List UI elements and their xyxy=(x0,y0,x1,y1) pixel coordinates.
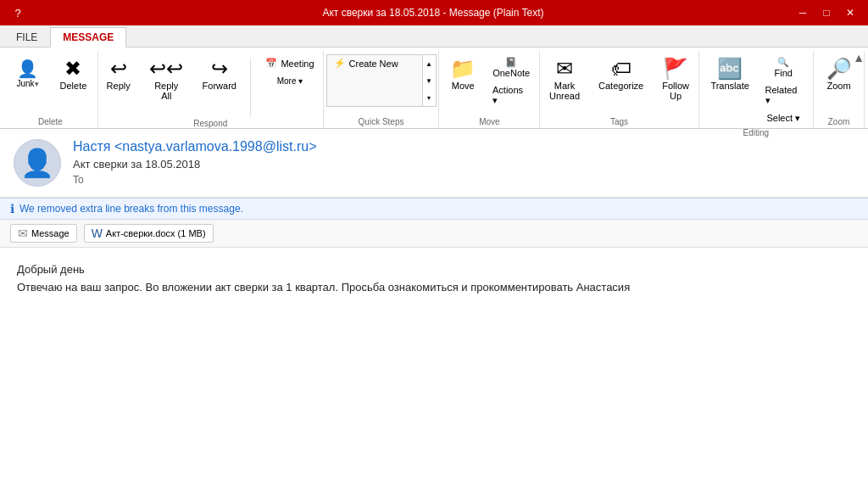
onenote-button[interactable]: 📓 OneNote xyxy=(487,54,536,81)
mark-unread-button[interactable]: ✉ Mark Unread xyxy=(542,54,587,105)
restore-button[interactable]: □ xyxy=(815,4,837,21)
ribbon: 👤 Junk ▾ ✖ Delete Delete ↩ Reply ↩↩ Repl… xyxy=(0,48,868,129)
junk-button[interactable]: 👤 Junk ▾ xyxy=(7,54,49,92)
meeting-more-btns: 📅 Meeting More ▾ xyxy=(258,54,321,88)
move-icon: 📁 xyxy=(450,59,476,79)
follow-up-label: Follow Up xyxy=(662,81,689,101)
email-header: 👤 Настя <nastya.varlamova.1998@list.ru> … xyxy=(0,129,868,198)
body-line-2: Отвечаю на ваш запрос. Во вложении акт с… xyxy=(17,279,851,297)
select-button[interactable]: Select ▾ xyxy=(760,110,808,126)
info-icon: ℹ xyxy=(10,202,14,215)
quick-steps-box: ⚡ Create New ▲ ▼ ▾ xyxy=(326,54,437,107)
window-controls: ─ □ ✕ xyxy=(792,4,861,21)
quick-steps-scrollbar: ▲ ▼ ▾ xyxy=(422,55,436,106)
translate-button[interactable]: 🔤 Translate xyxy=(704,54,756,95)
respond-group-label: Respond xyxy=(193,117,227,130)
quick-steps-expand-arrow[interactable]: ▾ xyxy=(423,89,436,106)
find-button[interactable]: 🔍 Find xyxy=(760,54,808,81)
help-button[interactable]: ? xyxy=(7,4,29,21)
body-line-1: Добрый день xyxy=(17,261,851,279)
reply-all-label: Reply All xyxy=(148,81,184,101)
ribbon-group-editing: 🔤 Translate 🔍 Find Related ▾ Select ▾ Ed… xyxy=(699,51,814,128)
reply-all-button[interactable]: ↩↩ Reply All xyxy=(141,54,192,105)
quick-steps-list: ⚡ Create New xyxy=(327,55,422,106)
email-to-line: To xyxy=(73,174,854,186)
junk-icon: 👤 xyxy=(17,59,38,79)
move-group-content: 📁 Move 📓 OneNote Actions ▾ xyxy=(442,51,536,115)
sender-name: Настя <nastya.varlamova.1998@list.ru> xyxy=(73,139,854,154)
email-body: Добрый день Отвечаю на ваш запрос. Во вл… xyxy=(0,248,868,311)
tags-group-content: ✉ Mark Unread 🏷 Categorize 🚩 Follow Up xyxy=(542,51,697,115)
tags-group-label: Tags xyxy=(610,115,628,128)
editing-group-content: 🔤 Translate 🔍 Find Related ▾ Select ▾ xyxy=(704,51,808,126)
delete-icon: ✖ xyxy=(64,59,81,79)
ribbon-group-delete: 👤 Junk ▾ ✖ Delete Delete xyxy=(3,51,98,128)
meeting-button[interactable]: 📅 Meeting xyxy=(258,54,321,72)
actions-button[interactable]: Actions ▾ xyxy=(487,82,536,109)
move-button[interactable]: 📁 Move xyxy=(442,54,483,95)
word-attachment-label: Акт-сверки.docx (1 MB) xyxy=(106,228,206,238)
follow-up-icon: 🚩 xyxy=(663,59,688,79)
actions-label: Actions ▾ xyxy=(492,85,530,106)
attachments-bar: ✉ Message W Акт-сверки.docx (1 MB) xyxy=(0,220,868,248)
reply-button[interactable]: ↩ Reply xyxy=(99,54,137,95)
ribbon-group-quick-steps: ⚡ Create New ▲ ▼ ▾ Quick Steps xyxy=(324,51,440,128)
title-bar: ? Акт сверки за 18.05.2018 - Message (Pl… xyxy=(0,0,868,25)
categorize-button[interactable]: 🏷 Categorize xyxy=(591,54,651,95)
find-related-select-btns: 🔍 Find Related ▾ Select ▾ xyxy=(760,54,808,126)
move-label: Move xyxy=(452,81,475,91)
delete-group-label: Delete xyxy=(38,115,63,128)
email-meta: Настя <nastya.varlamova.1998@list.ru> Ак… xyxy=(73,139,854,186)
create-new-label: Create New xyxy=(349,59,398,69)
forward-icon: ↪ xyxy=(211,59,228,79)
quick-steps-down-arrow[interactable]: ▼ xyxy=(423,72,436,89)
onenote-label: OneNote xyxy=(492,68,530,78)
avatar-icon: 👤 xyxy=(20,147,54,179)
reply-icon: ↩ xyxy=(110,59,127,79)
ribbon-group-tags: ✉ Mark Unread 🏷 Categorize 🚩 Follow Up T… xyxy=(540,51,698,128)
related-button[interactable]: Related ▾ xyxy=(760,82,808,109)
follow-up-button[interactable]: 🚩 Follow Up xyxy=(654,54,697,105)
translate-label: Translate xyxy=(710,81,748,91)
delete-label: Delete xyxy=(60,81,87,91)
tab-message[interactable]: MESSAGE xyxy=(50,27,126,48)
close-button[interactable]: ✕ xyxy=(839,4,861,21)
select-label: Select ▾ xyxy=(766,113,800,124)
respond-divider xyxy=(250,58,251,117)
message-attachment[interactable]: ✉ Message xyxy=(10,224,77,243)
lightning-icon: ⚡ xyxy=(334,58,346,69)
forward-button[interactable]: ↪ Forward xyxy=(195,54,243,95)
related-label: Related ▾ xyxy=(765,85,802,106)
minimize-button[interactable]: ─ xyxy=(792,4,814,21)
delete-button[interactable]: ✖ Delete xyxy=(53,54,95,95)
quick-steps-group-content: ⚡ Create New ▲ ▼ ▾ xyxy=(326,51,437,115)
word-icon: W xyxy=(92,227,103,240)
mark-unread-icon: ✉ xyxy=(556,59,573,79)
categorize-icon: 🏷 xyxy=(611,59,632,79)
email-content: 👤 Настя <nastya.varlamova.1998@list.ru> … xyxy=(0,129,868,498)
zoom-icon: 🔎 xyxy=(826,59,852,79)
zoom-label: Zoom xyxy=(826,81,850,91)
ribbon-collapse-button[interactable]: ▲ xyxy=(853,51,865,64)
meeting-icon: 📅 xyxy=(265,58,277,69)
delete-group-content: 👤 Junk ▾ ✖ Delete xyxy=(7,51,95,115)
forward-label: Forward xyxy=(203,81,236,91)
info-bar: ℹ We removed extra line breaks from this… xyxy=(0,198,868,220)
quick-steps-group-label: Quick Steps xyxy=(359,115,404,128)
junk-arrow-icon: ▾ xyxy=(35,80,39,88)
respond-group-content: ↩ Reply ↩↩ Reply All ↪ Forward 📅 Meeting… xyxy=(99,51,322,117)
mark-unread-label: Mark Unread xyxy=(549,81,580,101)
editing-group-label: Editing xyxy=(743,126,770,139)
info-message: We removed extra line breaks from this m… xyxy=(19,203,243,215)
message-attachment-label: Message xyxy=(31,228,70,238)
ribbon-group-respond: ↩ Reply ↩↩ Reply All ↪ Forward 📅 Meeting… xyxy=(98,51,324,128)
tab-file[interactable]: FILE xyxy=(3,27,50,47)
onenote-icon: 📓 xyxy=(505,57,517,68)
categorize-label: Categorize xyxy=(598,81,643,91)
onenote-actions-btns: 📓 OneNote Actions ▾ xyxy=(487,54,536,109)
create-new-step[interactable]: ⚡ Create New xyxy=(327,55,422,71)
quick-steps-up-arrow[interactable]: ▲ xyxy=(423,55,436,72)
word-attachment[interactable]: W Акт-сверки.docx (1 MB) xyxy=(84,224,214,243)
reply-all-icon: ↩↩ xyxy=(149,59,183,79)
more-button[interactable]: More ▾ xyxy=(258,74,321,88)
